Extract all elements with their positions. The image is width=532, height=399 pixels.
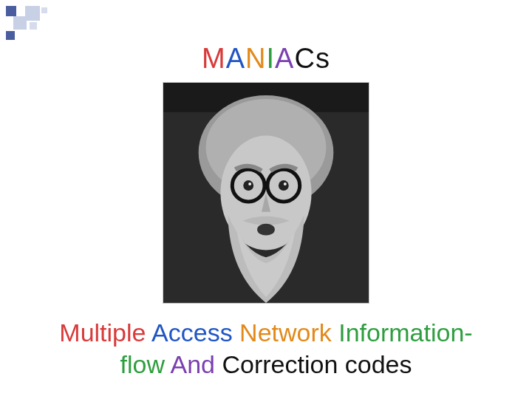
title-letter-m: M	[202, 43, 226, 74]
acronym-title: MANIACs	[202, 43, 330, 75]
title-letter-n: N	[245, 43, 266, 74]
word-multiple: Multiple	[59, 318, 146, 347]
svg-point-11	[284, 183, 287, 185]
title-letter-s: s	[316, 43, 330, 74]
title-letter-a1: A	[226, 43, 245, 74]
portrait-image	[163, 82, 369, 304]
svg-point-10	[248, 183, 251, 185]
word-information: Information	[338, 318, 464, 347]
title-letter-c: C	[294, 43, 315, 74]
word-flow: flow	[120, 350, 164, 378]
space	[146, 318, 151, 347]
space	[233, 318, 239, 347]
word-correction: Correction	[222, 350, 338, 378]
space	[165, 350, 171, 378]
slide-corner-decoration	[6, 6, 50, 50]
space	[338, 350, 344, 378]
word-network: Network	[239, 318, 332, 347]
title-letter-i: I	[267, 43, 276, 74]
space	[332, 318, 338, 347]
svg-point-9	[279, 180, 289, 191]
word-access: Access	[151, 318, 233, 347]
svg-point-8	[243, 180, 253, 191]
svg-point-12	[257, 224, 275, 236]
acronym-expansion: Multiple Access Network Information-flow…	[30, 317, 502, 380]
title-letter-a2: A	[275, 43, 294, 74]
slide-body: MANIACs	[0, 0, 532, 399]
word-and: And	[171, 350, 216, 378]
word-codes: codes	[345, 350, 412, 378]
dash: -	[464, 318, 472, 347]
